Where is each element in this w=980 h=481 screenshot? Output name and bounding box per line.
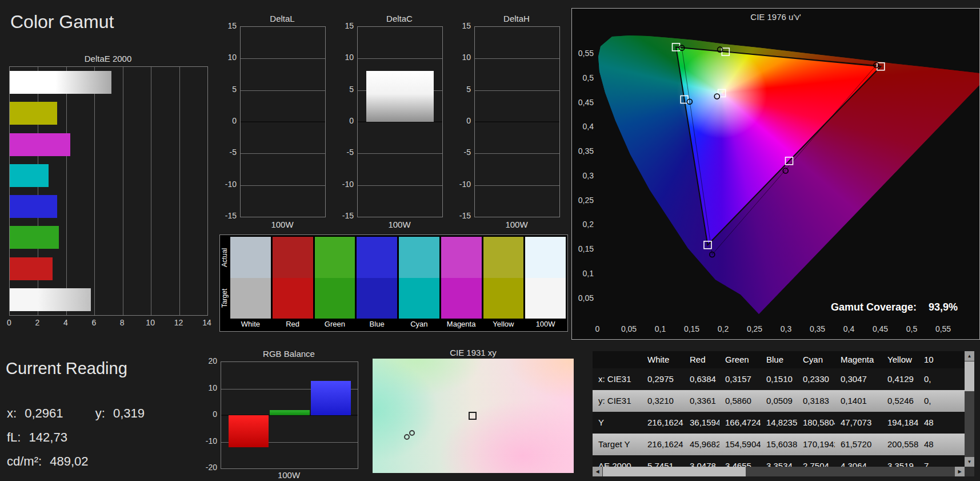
table-cell: 180,5804 <box>797 412 835 434</box>
y-tick-label: -10 <box>331 180 354 189</box>
gamut-coverage-label: Gamut Coverage: <box>831 301 917 313</box>
swatch-actual-green <box>315 237 355 278</box>
table-header-cell: Green <box>719 351 761 368</box>
scroll-down-button[interactable]: ▼ <box>965 457 974 467</box>
y-tick-label: 0,2 <box>574 220 594 229</box>
swatch-label-red: Red <box>273 319 313 329</box>
cie1931-measured-marker-2 <box>409 430 415 436</box>
deltae-bar-yellow <box>10 102 57 125</box>
cie1931-title: CIE 1931 xy <box>373 348 574 357</box>
y-tick-label: 0,05 <box>574 293 594 303</box>
rgb_balance-bar-green <box>270 410 310 415</box>
scroll-left-button[interactable]: ◀ <box>593 467 602 476</box>
deltae-chart <box>9 66 208 316</box>
y-tick-label: -10 <box>448 180 471 189</box>
x-tick-label: 8 <box>120 318 125 327</box>
table-header-cell: Blue <box>761 351 797 368</box>
swatch-label-green: Green <box>315 319 355 329</box>
table-row-label: x: CIE31 <box>593 368 642 390</box>
reading-y-label: y: <box>95 406 105 420</box>
swatch-column-blue: Blue <box>357 237 397 329</box>
y-tick-label: 0 <box>194 410 217 419</box>
cie1931-target-marker <box>469 412 477 420</box>
zero-axis-line <box>241 121 325 122</box>
swatch-actual-white <box>230 237 271 278</box>
table-cell: 3,0478 <box>684 455 719 467</box>
x-tick-label: 0,1 <box>655 324 666 333</box>
swatch-actual-yellow <box>483 237 524 278</box>
x-tick-label: 0,2 <box>718 324 729 333</box>
swatch-label-100w: 100W <box>525 319 566 329</box>
y-tick-label: 0 <box>331 116 354 125</box>
deltac-chart <box>357 26 443 217</box>
x-tick-label: 0,05 <box>621 324 637 333</box>
page-title: Color Gamut <box>10 11 114 33</box>
y-tick-label: 0 <box>448 116 471 125</box>
gridline <box>241 90 325 91</box>
deltae-bar-green <box>10 226 59 249</box>
y-tick-label: 10 <box>331 53 354 62</box>
table-cell: 14,8235 <box>761 412 797 434</box>
table-cell: 216,1624 <box>642 412 684 434</box>
x-tick-label: 6 <box>91 318 96 327</box>
table-cell: 3,3534 <box>761 455 797 467</box>
table-cell: 3,3519 <box>882 455 918 467</box>
table-cell: 0,1510 <box>761 368 797 390</box>
gridline <box>241 153 325 154</box>
swatch-target-yellow <box>483 278 524 319</box>
table-header-cell: Red <box>684 351 719 368</box>
table-row-label: ΔE 2000 <box>593 455 642 467</box>
deltae-x-axis: 02468101214 <box>9 318 207 328</box>
x-tick-label: 0,15 <box>684 324 699 333</box>
y-tick-label: 10 <box>448 53 471 62</box>
gridline <box>94 67 95 315</box>
table-cell: 200,5586 <box>882 434 918 455</box>
swatch-label-yellow: Yellow <box>483 319 524 329</box>
deltah-x-label: 100W <box>474 220 559 229</box>
table-cell: 0,3361 <box>684 390 719 412</box>
y-tick-label: 15 <box>214 21 237 30</box>
gamut-coverage: Gamut Coverage: 93,9% <box>831 301 958 313</box>
deltal-chart-title: DeltaL <box>240 14 325 23</box>
table-row: x: CIE310,29750,63840,31570,15100,23300,… <box>593 368 965 390</box>
table-header-cell: White <box>642 351 684 368</box>
x-tick-label: 0 <box>7 318 11 327</box>
swatch-label-magenta: Magenta <box>441 319 482 329</box>
scroll-down-icon: ▼ <box>967 460 972 464</box>
horizontal-scroll-thumb[interactable] <box>603 467 746 476</box>
deltah-chart <box>474 26 560 217</box>
table-horizontal-scrollbar[interactable]: ◀ ▶ <box>593 467 965 476</box>
y-tick-label: 0,35 <box>574 146 594 156</box>
table-cell: 166,4724 <box>719 412 761 434</box>
gridline <box>151 67 151 315</box>
table-cell: 0,2975 <box>642 368 684 390</box>
table-row: y: CIE310,32100,33610,58600,05090,31830,… <box>593 390 965 412</box>
gridline <box>475 185 559 186</box>
table-cell: 0,3047 <box>835 368 882 390</box>
table-cell: 2,7504 <box>797 455 835 467</box>
swatch-label-white: White <box>230 319 271 329</box>
y-tick-label: -15 <box>331 211 354 220</box>
swatch-target-magenta <box>441 278 482 319</box>
gridline <box>241 58 325 59</box>
gridline <box>475 58 559 59</box>
cie1931-chart <box>373 359 574 473</box>
vertical-scroll-thumb[interactable] <box>965 361 974 391</box>
table-cell: 170,1942 <box>797 434 835 455</box>
y-tick-label: 20 <box>194 356 217 365</box>
reading-fl-label: fL: <box>7 430 21 444</box>
reading-fl-value: 142,73 <box>29 430 67 444</box>
zero-axis-line <box>475 121 559 122</box>
swatch-column-cyan: Cyan <box>399 237 439 329</box>
cie1976-x-axis: 00,050,10,150,20,250,30,350,40,450,50,55 <box>572 324 979 333</box>
scroll-up-button[interactable]: ▲ <box>965 351 974 361</box>
scroll-right-button[interactable]: ▶ <box>955 467 965 476</box>
deltae-bar-blue <box>10 195 57 218</box>
table-vertical-scrollbar[interactable]: ▲ ▼ <box>965 351 974 467</box>
deltae-bar-magenta <box>10 133 70 156</box>
scroll-left-icon: ◀ <box>595 470 599 474</box>
y-tick-label: -20 <box>194 463 217 472</box>
table-cell: 4,3064 <box>835 455 882 467</box>
swatch-column-magenta: Magenta <box>441 237 482 329</box>
gridline <box>475 90 559 91</box>
